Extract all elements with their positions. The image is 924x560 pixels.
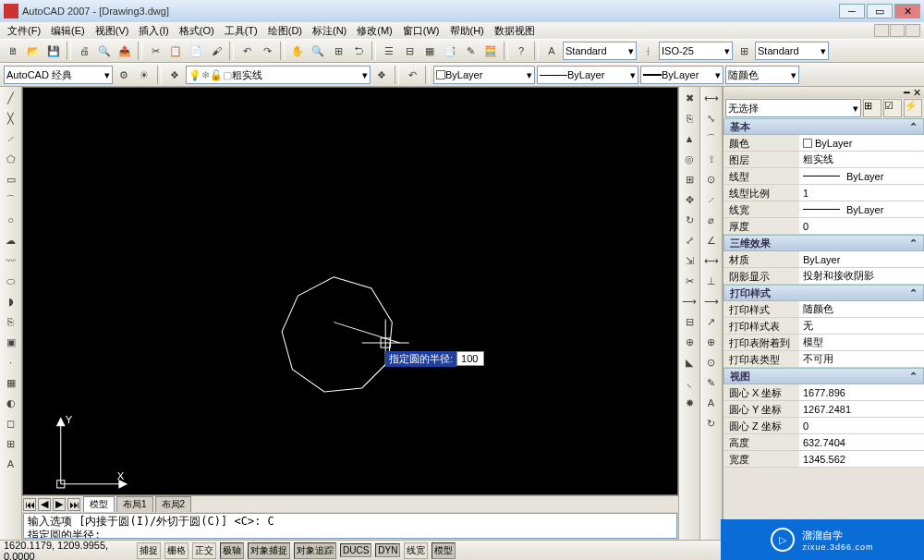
dimtedit-icon[interactable]: A xyxy=(702,394,721,412)
prop-value[interactable]: ByLayer xyxy=(799,135,924,151)
menu-view[interactable]: 视图(V) xyxy=(91,24,133,38)
dimordinate-icon[interactable]: ⟟ xyxy=(702,150,721,168)
prop-value[interactable]: 1345.562 xyxy=(799,451,924,467)
copy-obj-icon[interactable]: ⎘ xyxy=(680,109,699,128)
menu-file[interactable]: 文件(F) xyxy=(4,24,44,38)
dimlinear-icon[interactable]: ⟷ xyxy=(702,89,721,107)
offset-icon[interactable]: ◎ xyxy=(680,150,699,168)
print-icon[interactable]: 🖨 xyxy=(75,42,93,60)
dimangular-icon[interactable]: ∠ xyxy=(702,231,721,250)
prop-value[interactable]: 模型 xyxy=(799,335,924,350)
paste-icon[interactable]: 📄 xyxy=(187,42,205,60)
prop-value[interactable]: ByLayer xyxy=(799,201,924,217)
maximize-button[interactable]: ▭ xyxy=(867,4,893,18)
prop-value[interactable]: 1 xyxy=(799,185,924,201)
menu-insert[interactable]: 插入(I) xyxy=(135,24,172,38)
zoom-rt-icon[interactable]: 🔍 xyxy=(309,42,327,60)
tablestyle-icon[interactable]: ⊞ xyxy=(735,42,753,60)
prop-value[interactable]: 632.7404 xyxy=(799,434,924,450)
prop-row[interactable]: 图层粗实线 xyxy=(723,152,924,168)
prop-value[interactable]: 0 xyxy=(799,418,924,433)
new-icon[interactable]: 🗎 xyxy=(4,42,22,60)
menu-window[interactable]: 窗口(W) xyxy=(399,24,444,38)
rotate-icon[interactable]: ↻ xyxy=(680,211,699,229)
prop-value[interactable]: 不可用 xyxy=(799,351,924,367)
prop-row[interactable]: 线型比例1 xyxy=(723,185,924,201)
ortho-button[interactable]: 正交 xyxy=(192,542,216,559)
prop-value[interactable]: 1677.896 xyxy=(799,384,924,400)
trim-icon[interactable]: ✂ xyxy=(680,272,699,290)
prop-row[interactable]: 打印表附着到模型 xyxy=(723,335,924,351)
workspace-save-icon[interactable]: ☀ xyxy=(135,66,153,84)
stretch-icon[interactable]: ⇲ xyxy=(680,251,699,270)
tab-first-icon[interactable]: ⏮ xyxy=(23,498,36,511)
menu-draw[interactable]: 绘图(D) xyxy=(264,24,306,38)
workspace-settings-icon[interactable]: ⚙ xyxy=(115,66,133,84)
textstyle-icon[interactable]: A xyxy=(542,42,561,60)
tablestyle-combo[interactable]: Standard▾ xyxy=(755,42,829,60)
extend-icon[interactable]: ⟶ xyxy=(680,292,699,310)
tab-prev-icon[interactable]: ◀ xyxy=(38,498,51,511)
qleader-icon[interactable]: ↗ xyxy=(702,312,721,331)
layerprops-icon[interactable]: ❖ xyxy=(165,66,184,84)
xline-icon[interactable]: ╳ xyxy=(2,109,20,128)
mdi-minimize[interactable] xyxy=(874,24,889,37)
save-icon[interactable]: 💾 xyxy=(44,42,63,60)
otrack-button[interactable]: 对象追踪 xyxy=(294,542,336,559)
color-combo[interactable]: ByLayer▾ xyxy=(433,66,535,84)
menu-help[interactable]: 帮助(H) xyxy=(446,24,488,38)
plotstyle-combo[interactable]: 随颜色▾ xyxy=(725,66,799,84)
osnap-button[interactable]: 对象捕捉 xyxy=(248,542,290,559)
arc-icon[interactable]: ⌒ xyxy=(2,190,20,209)
layer-combo[interactable]: 💡❄🔓▢ 粗实线▾ xyxy=(186,66,371,84)
hatch-icon[interactable]: ▦ xyxy=(2,373,20,392)
prop-row[interactable]: 宽度1345.562 xyxy=(723,451,924,468)
qdim-icon[interactable]: ⟷ xyxy=(702,251,721,270)
prop-value[interactable]: 无 xyxy=(799,318,924,334)
ducs-button[interactable]: DUCS xyxy=(340,543,371,557)
dynamic-value[interactable]: 100 xyxy=(456,351,484,366)
menu-dimension[interactable]: 标注(N) xyxy=(309,24,350,38)
mdi-close[interactable] xyxy=(906,24,920,37)
prop-row[interactable]: 线宽ByLayer xyxy=(723,201,924,218)
chamfer-icon[interactable]: ◣ xyxy=(680,353,699,371)
mtext-icon[interactable]: A xyxy=(2,455,20,473)
dimaligned-icon[interactable]: ⤡ xyxy=(702,109,721,128)
prop-value[interactable]: 随颜色 xyxy=(799,301,924,317)
fillet-icon[interactable]: ◟ xyxy=(680,373,699,392)
dimstyle-icon[interactable]: ⟊ xyxy=(638,42,657,60)
command-line[interactable]: 输入选项 [内接于圆(I)/外切于圆(C)] <C>: C 指定圆的半径: xyxy=(23,513,677,539)
mdi-restore[interactable] xyxy=(890,24,905,37)
table-icon[interactable]: ⊞ xyxy=(2,434,20,453)
publish-icon[interactable]: 📤 xyxy=(116,42,134,60)
dimjogged-icon[interactable]: ⟋ xyxy=(702,190,721,209)
pickadd-icon[interactable]: ⚡ xyxy=(904,99,922,117)
prop-row[interactable]: 圆心 X 坐标1677.896 xyxy=(723,384,924,401)
rectangle-icon[interactable]: ▭ xyxy=(2,170,20,189)
spline-icon[interactable]: 〰 xyxy=(2,251,20,270)
snap-button[interactable]: 捕捉 xyxy=(137,542,161,559)
quickselect-icon[interactable]: ⊞ xyxy=(863,99,881,117)
prop-row[interactable]: 厚度0 xyxy=(723,218,924,235)
dimarc-icon[interactable]: ⌒ xyxy=(702,129,721,148)
cut-icon[interactable]: ✂ xyxy=(146,42,164,60)
section-view-header[interactable]: 视图⌃ xyxy=(723,368,924,384)
array-icon[interactable]: ⊞ xyxy=(680,170,699,189)
erase-icon[interactable]: ✖ xyxy=(680,89,699,107)
linetype-combo[interactable]: ByLayer▾ xyxy=(537,66,638,84)
polar-button[interactable]: 极轴 xyxy=(220,542,244,559)
circle-icon[interactable]: ○ xyxy=(2,211,20,229)
zoom-prev-icon[interactable]: ⮌ xyxy=(349,42,368,60)
region-icon[interactable]: ◻ xyxy=(2,414,20,432)
prop-row[interactable]: 材质ByLayer xyxy=(723,251,924,268)
designcenter-icon[interactable]: ⊟ xyxy=(400,42,419,60)
selection-combo[interactable]: 无选择▾ xyxy=(725,99,861,117)
textstyle-combo[interactable]: Standard▾ xyxy=(563,42,637,60)
cmd-prompt[interactable]: 指定圆的半径: xyxy=(24,528,676,539)
properties-icon[interactable]: ☰ xyxy=(380,42,398,60)
tab-next-icon[interactable]: ▶ xyxy=(53,498,66,511)
revcloud-icon[interactable]: ☁ xyxy=(2,231,20,250)
prop-value[interactable]: 粗实线 xyxy=(799,152,924,167)
prop-row[interactable]: 高度632.7404 xyxy=(723,434,924,451)
polygon-icon[interactable]: ⬠ xyxy=(2,150,20,168)
